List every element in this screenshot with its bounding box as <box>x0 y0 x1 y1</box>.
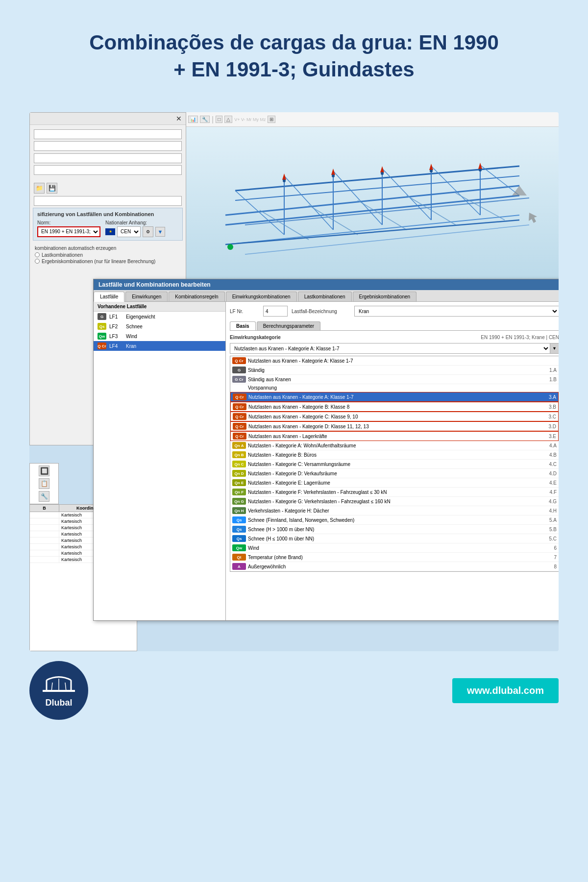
lf-row[interactable]: Qs LF2 Schnee <box>94 321 225 331</box>
struct-icon-1[interactable]: 🔲 <box>39 466 49 476</box>
screenshot-area: ✕ 📁 💾 sifizierung von Lastfällen und Kom… <box>29 112 559 651</box>
cat-code: 4.C <box>543 462 557 467</box>
cat-badge: Qs <box>232 516 246 523</box>
tab-kombinationsregeln[interactable]: Kombinationsregeln <box>169 292 224 301</box>
cat-item[interactable]: Qn A Nutzlasten - Kategorie A: Wohn/Aufe… <box>230 441 559 450</box>
cat-item[interactable]: Qn F Nutzlasten - Kategorie F: Verkehrsl… <box>230 488 559 497</box>
tab-einwirkungskombinationen[interactable]: Einwirkungskombinationen <box>226 292 297 301</box>
cat-badge: Qs <box>232 526 246 533</box>
input-field-1[interactable] <box>34 129 182 139</box>
settings-icon-btn[interactable]: ⚙ <box>143 226 153 237</box>
cat-item[interactable]: Qs Schnee (Finnland, Island, Norwegen, S… <box>230 515 559 525</box>
cat-item[interactable]: G Ständig 1.A <box>230 366 559 375</box>
lf-bez-label: Lastfall-Bezeichnung <box>292 309 350 314</box>
cat-item[interactable]: Qt Temperatur (ohne Brand) 7 <box>230 553 559 562</box>
cat-code: 3.B <box>542 404 556 410</box>
cat-code: 1.B <box>543 377 557 382</box>
cat-item[interactable]: Qs Schnee (H ≤ 1000 m über NN) 5.C <box>230 534 559 543</box>
input-field-3[interactable] <box>34 153 182 163</box>
cat-item[interactable]: Q Cr Nutzlasten aus Kranen - Kategorie A… <box>230 356 559 366</box>
lf-id: LF4 <box>109 343 123 349</box>
cat-text: Temperatur (ohne Brand) <box>248 555 541 560</box>
cat-dropdown[interactable]: Nutzlasten aus Kranen - Kategorie A: Kla… <box>230 343 550 354</box>
cat-list: Q Cr Nutzlasten aus Kranen - Kategorie A… <box>230 356 559 572</box>
svg-point-36 <box>479 169 482 172</box>
cat-code: 4.D <box>543 471 557 476</box>
input-field-4[interactable] <box>34 165 182 175</box>
tab-lastkombinationen[interactable]: Lastkombinationen <box>298 292 352 301</box>
tab-lastfalle[interactable]: Lastfälle <box>94 292 124 302</box>
cat-item[interactable]: Qn B Nutzlasten - Kategorie B: Büros 4.B <box>230 450 559 460</box>
lf-row[interactable]: G LF1 Eigengewicht <box>94 312 225 321</box>
toolbar-btn-1[interactable]: 📊 <box>188 116 198 123</box>
cat-item[interactable]: Q Cr Nutzlasten aus Kranen - Kategorie A… <box>230 392 559 402</box>
radio-ergebnis-label: Ergebniskombinationen (nur für lineare B… <box>42 259 155 264</box>
cat-item[interactable]: Qn G Nutzlasten - Kategorie G: Verkehrsl… <box>230 497 559 506</box>
cat-item[interactable]: Q Cr Nutzlasten aus Kranen - Kategorie B… <box>230 402 559 412</box>
cat-item[interactable]: Q Cr Nutzlasten aus Kranen - Kategorie C… <box>230 412 559 421</box>
input-field-2[interactable] <box>34 141 182 151</box>
toolbar-btn-3[interactable]: □ <box>216 116 222 123</box>
cat-badge: Qn D <box>232 470 246 477</box>
cat-item[interactable]: Q Cr Nutzlasten aus Kranen - Kategorie D… <box>230 421 559 431</box>
tab-einwirkungen[interactable]: Einwirkungen <box>125 292 168 301</box>
cat-code: 4.F <box>543 490 557 495</box>
input-field-5[interactable] <box>34 196 182 206</box>
cat-badge: Q Cr <box>233 413 246 420</box>
lf-detail: LF Nr. Lastfall-Bezeichnung Kran Basis B… <box>226 302 559 620</box>
cat-select-arrow-icon[interactable]: ▼ <box>550 343 559 354</box>
auto-combo-label: kombinationen automatisch erzeugen <box>35 245 181 251</box>
cat-badge: Qt <box>232 554 246 561</box>
cat-item[interactable]: Qw Wind 6 <box>230 543 559 553</box>
lf-row[interactable]: Qw LF3 Wind <box>94 331 225 341</box>
radio-ergebnis[interactable] <box>35 259 40 264</box>
table-cell-empty <box>30 525 59 531</box>
toolbar-btn-4[interactable]: △ <box>224 116 232 123</box>
toolbar-btn-5[interactable]: ⊞ <box>268 116 275 123</box>
lf-badge: Q Cr <box>98 343 106 349</box>
toolbar-btn-2[interactable]: 🔧 <box>200 116 210 123</box>
basis-tab-basis[interactable]: Basis <box>230 321 256 330</box>
cat-item[interactable]: Q Cr Nutzlasten aus Kranen - Lagerkräfte… <box>230 431 559 441</box>
left-panel-icons: 📁 💾 <box>30 181 186 196</box>
close-icon[interactable]: ✕ <box>176 115 182 122</box>
cat-text: Nutzlasten - Kategorie B: Büros <box>248 452 541 458</box>
basis-tab-berech[interactable]: Berechnungsparameter <box>257 321 321 330</box>
anhang-select[interactable]: CEN <box>117 226 141 237</box>
filter-icon-btn[interactable]: ▼ <box>155 227 165 237</box>
cat-badge: Qs <box>232 535 246 542</box>
cat-code: 4.B <box>543 452 557 458</box>
einwirkung-norm: EN 1990 + EN 1991-3; Krane | CEN <box>481 335 559 340</box>
cat-item[interactable]: Qs Schnee (H > 1000 m über NN) 5.B <box>230 525 559 534</box>
left-panel-inputs <box>30 125 186 181</box>
cat-text: Nutzlasten aus Kranen - Kategorie B: Kla… <box>248 404 540 410</box>
tab-ergebniskombinationen[interactable]: Ergebniskombinationen <box>353 292 417 301</box>
cat-item[interactable]: G Cr Ständig aus Kranen 1.B <box>230 375 559 384</box>
basis-tabs: Basis Berechnungsparameter <box>230 321 559 331</box>
cat-text: Nutzlasten - Kategorie G: Verkehrslasten… <box>248 499 541 504</box>
lf-name: Kran <box>126 343 136 349</box>
norm-label: Norm: <box>37 220 100 225</box>
struct-icon-3[interactable]: 🔧 <box>39 491 49 502</box>
lf-row[interactable]: Q Cr LF4 Kran <box>94 341 225 351</box>
cat-item[interactable]: Qn D Nutzlasten - Kategorie D: Verkaufsr… <box>230 469 559 478</box>
cat-item[interactable]: Vorspannung <box>230 384 559 392</box>
cat-badge: Qw <box>232 544 246 551</box>
norm-select[interactable]: EN 1990 + EN 1991-3; <box>37 226 100 237</box>
folder-icon-btn[interactable]: 📁 <box>34 183 45 194</box>
radio-lastkomb[interactable] <box>35 252 40 257</box>
save-icon-btn[interactable]: 💾 <box>47 183 57 194</box>
cat-badge: Qn E <box>232 479 246 486</box>
lf-bez-select[interactable]: Kran <box>354 306 559 317</box>
cat-item[interactable]: Qn C Nutzlasten - Kategorie C: Versammlu… <box>230 460 559 469</box>
cat-item[interactable]: Qn H Verkehrslasten - Kategorie H: Däche… <box>230 506 559 515</box>
auto-combo-section: kombinationen automatisch erzeugen Lastk… <box>30 243 186 268</box>
cat-text: Außergewöhnlich <box>248 564 541 569</box>
struct-icon-2[interactable]: 📋 <box>39 478 49 489</box>
cat-code: 3.D <box>542 424 556 429</box>
cat-text: Verkehrslasten - Kategorie H: Dächer <box>248 508 541 514</box>
cat-item[interactable]: A Außergewöhnlich 8 <box>230 562 559 571</box>
cat-item[interactable]: Qn E Nutzlasten - Kategorie E: Lagerräum… <box>230 478 559 488</box>
lf-nr-input[interactable] <box>263 306 288 317</box>
struct-icons-panel: 🔲 📋 🔧 <box>29 463 59 504</box>
